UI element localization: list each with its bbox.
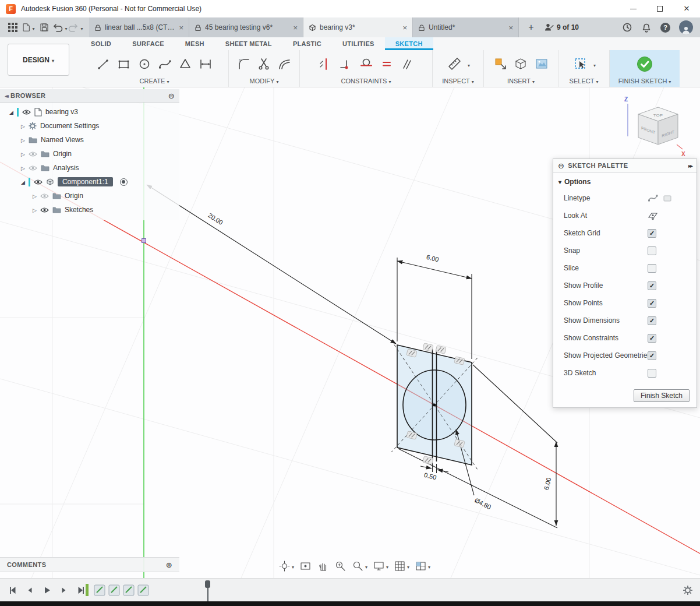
- tree-item-component-origin[interactable]: Origin: [0, 189, 179, 203]
- expand-icon[interactable]: [9, 108, 13, 116]
- eye-icon[interactable]: [40, 207, 49, 213]
- close-button[interactable]: [673, 0, 700, 17]
- expand-icon[interactable]: [21, 178, 25, 186]
- insert-dropdown[interactable]: INSERT: [484, 76, 558, 85]
- grid-snaps-button[interactable]: [394, 560, 409, 572]
- user-avatar[interactable]: [679, 20, 693, 34]
- circle-tool[interactable]: [136, 55, 153, 73]
- tree-item-sketches[interactable]: Sketches: [0, 203, 179, 217]
- display-settings-button[interactable]: [373, 560, 388, 572]
- new-document-button[interactable]: [524, 20, 539, 35]
- dim-line-width[interactable]: [397, 261, 472, 279]
- dim-label-width[interactable]: 6.00: [426, 253, 440, 263]
- timeline-playhead[interactable]: [205, 580, 210, 601]
- add-comment-icon[interactable]: [166, 561, 172, 569]
- fillet-tool[interactable]: [235, 55, 253, 73]
- insert-derive-tool[interactable]: [492, 55, 510, 73]
- measure-tool[interactable]: [446, 55, 464, 73]
- dim-line-slot[interactable]: [420, 466, 432, 468]
- activate-component-radio[interactable]: [120, 178, 128, 186]
- tab-surface[interactable]: SURFACE: [122, 37, 175, 50]
- tab-close-button[interactable]: [508, 23, 513, 32]
- timeline-settings-button[interactable]: [683, 585, 693, 596]
- tab-plastic[interactable]: PLASTIC: [282, 37, 332, 50]
- show-projected-geometries-checkbox[interactable]: [648, 351, 656, 360]
- sketch-grid-checkbox[interactable]: [648, 229, 656, 238]
- tab-close-button[interactable]: [179, 23, 183, 32]
- finish-sketch-palette-button[interactable]: Finish Sketch: [634, 389, 690, 402]
- inspect-dropdown[interactable]: INSPECT: [433, 76, 483, 85]
- line-tool[interactable]: [95, 55, 112, 73]
- tree-item-root[interactable]: bearing v3: [0, 105, 179, 119]
- dimension-tool[interactable]: [197, 55, 214, 73]
- tree-item-label-selected[interactable]: Component1:1: [58, 177, 113, 186]
- browser-header[interactable]: BROWSER: [0, 89, 179, 103]
- play-button[interactable]: [40, 583, 54, 597]
- save-button[interactable]: [36, 20, 52, 36]
- slice-checkbox[interactable]: [648, 264, 656, 273]
- canvas-tool[interactable]: [533, 55, 550, 73]
- step-forward-button[interactable]: [56, 583, 70, 597]
- minimize-button[interactable]: [620, 0, 646, 17]
- fit-button[interactable]: [352, 560, 367, 572]
- dim-label-height[interactable]: 6.00: [543, 477, 553, 491]
- look-at-button[interactable]: [648, 210, 658, 221]
- help-button[interactable]: [660, 23, 670, 33]
- eye-off-icon[interactable]: [40, 193, 49, 199]
- projected-origin-point[interactable]: [142, 239, 146, 243]
- options-section-toggle[interactable]: Options: [553, 174, 697, 189]
- history-button[interactable]: [622, 22, 632, 33]
- redo-button[interactable]: [68, 20, 83, 36]
- comments-panel[interactable]: COMMENTS: [0, 557, 179, 572]
- tree-item-label[interactable]: Origin: [53, 150, 72, 158]
- spline-tool[interactable]: [156, 55, 174, 73]
- tree-item-document-settings[interactable]: Document Settings: [0, 119, 179, 133]
- show-points-checkbox[interactable]: [648, 299, 656, 308]
- tree-item-analysis[interactable]: Analysis: [0, 161, 179, 175]
- coincident-constraint[interactable]: [337, 55, 355, 73]
- workspace-selector[interactable]: DESIGN: [8, 44, 69, 76]
- tangent-constraint[interactable]: [358, 55, 375, 73]
- viewcube-top-label[interactable]: TOP: [653, 114, 663, 117]
- timeline-feature-sketch-3[interactable]: [123, 585, 134, 596]
- app-grid-button[interactable]: [5, 20, 20, 36]
- timeline-feature-sketch-4[interactable]: [138, 585, 149, 596]
- pan-button[interactable]: [317, 560, 329, 572]
- look-at-nav-button[interactable]: [299, 560, 312, 572]
- center-point[interactable]: [433, 404, 436, 407]
- linetype-spline-button[interactable]: [648, 193, 658, 203]
- document-tab-active[interactable]: bearing v3*: [303, 17, 413, 37]
- expand-icon[interactable]: [33, 206, 37, 214]
- tab-close-button[interactable]: [293, 23, 298, 32]
- equal-constraint[interactable]: [378, 55, 395, 73]
- expand-icon[interactable]: [21, 164, 25, 172]
- show-profile-checkbox[interactable]: [648, 281, 656, 290]
- tab-sketch[interactable]: SKETCH: [385, 37, 433, 50]
- eye-off-icon[interactable]: [29, 165, 37, 171]
- document-tab-4[interactable]: Untitled*: [413, 17, 519, 37]
- tab-sheet-metal[interactable]: SHEET METAL: [215, 37, 282, 50]
- rectangle-tool[interactable]: [115, 55, 133, 73]
- linetype-rect-button[interactable]: [662, 193, 673, 203]
- playhead-knob[interactable]: [205, 580, 210, 588]
- skip-to-start-button[interactable]: [6, 583, 20, 597]
- dim-label-slot[interactable]: 0.50: [423, 471, 437, 481]
- select-dropdown[interactable]: SELECT: [558, 76, 609, 85]
- panel-minimize-icon[interactable]: [558, 161, 564, 170]
- file-menu-button[interactable]: [20, 20, 36, 36]
- insert-mesh-tool[interactable]: [512, 55, 530, 73]
- tree-item-named-views[interactable]: Named Views: [0, 133, 179, 147]
- tree-item-label[interactable]: Document Settings: [40, 122, 99, 130]
- modify-dropdown[interactable]: MODIFY: [229, 76, 299, 85]
- tree-item-label[interactable]: Origin: [65, 192, 83, 200]
- eye-icon[interactable]: [22, 109, 31, 115]
- dim-label-diameter[interactable]: Ø4.80: [473, 496, 492, 510]
- expand-icon[interactable]: [33, 192, 37, 200]
- job-status[interactable]: 9 of 10: [545, 23, 579, 32]
- expand-icon[interactable]: [21, 150, 25, 158]
- timeline-marker[interactable]: [86, 584, 89, 596]
- expand-icon[interactable]: [21, 122, 25, 130]
- timeline-feature-sketch-2[interactable]: [109, 585, 119, 596]
- document-tab-1[interactable]: linear ball ...5x8 (CTC) v2: [89, 17, 189, 37]
- tab-solid[interactable]: SOLID: [80, 37, 122, 50]
